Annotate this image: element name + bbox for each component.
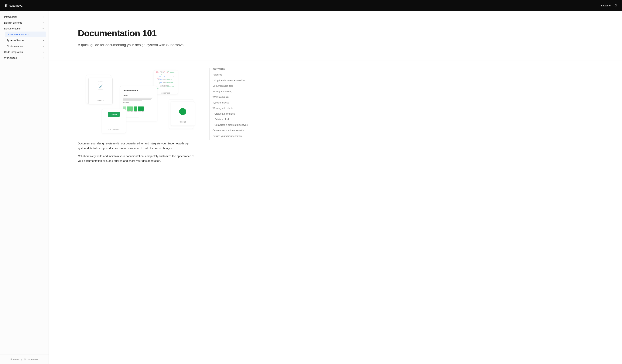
table-of-contents: CONTENTS Features Using the documentatio…: [209, 68, 256, 140]
hero-illustration: attach 🔗 assets import React from 'react…: [78, 68, 196, 136]
sidebar-item-workspace[interactable]: Workspace: [2, 55, 46, 61]
header-actions: Latest: [601, 4, 618, 7]
toc-link[interactable]: Working with blocks: [213, 107, 256, 110]
toc-link[interactable]: Features: [213, 73, 256, 77]
supernova-logo-icon: [4, 4, 8, 7]
chevron-right-icon: [42, 39, 44, 41]
version-label: Latest: [601, 4, 608, 7]
footer-brand[interactable]: supernova: [24, 358, 38, 361]
search-icon: [615, 4, 618, 7]
code-snippet: import React from 'react'; import { Butt…: [156, 71, 176, 92]
sidebar-item-label: Documentation: [4, 27, 21, 30]
sidebar-item-label: Customization: [7, 45, 23, 48]
sidebar-item-label: Documentation 101: [7, 33, 29, 36]
brand-logo[interactable]: supernova: [4, 4, 22, 7]
sidebar-item-label: Code integration: [4, 51, 23, 54]
assets-label: assets: [97, 99, 103, 101]
chevron-right-icon: [42, 22, 44, 24]
chevron-down-icon: [42, 28, 44, 30]
sidebar-item-label: Types of blocks: [7, 39, 24, 42]
page-title: Documentation 101: [78, 28, 248, 38]
assets-title: attach: [98, 81, 103, 83]
button-preview: Button: [108, 112, 120, 117]
sidebar-item-label: Introduction: [4, 16, 18, 18]
svg-point-4: [25, 359, 26, 360]
chevron-right-icon: [42, 51, 44, 53]
main-content: Documentation 101 A quick guide for docu…: [49, 11, 622, 364]
illustration-assets-card: attach 🔗 assets: [88, 78, 113, 104]
sidebar-item-customization[interactable]: Customization: [5, 43, 46, 49]
illustration-exporters-card: import React from 'react'; import { Butt…: [154, 70, 178, 94]
body-paragraph: Document your design system with our pow…: [78, 141, 196, 150]
illustration-components-card: Button components: [102, 109, 126, 133]
toc-link[interactable]: What's a block?: [213, 95, 256, 99]
toc-link[interactable]: Publish your documentation: [213, 135, 256, 138]
svg-point-0: [6, 5, 7, 6]
app-header: supernova Latest: [0, 0, 622, 11]
tokens-label: tokens: [180, 121, 186, 123]
sidebar-item-label: Design systems: [4, 21, 22, 24]
toc-heading: CONTENTS: [213, 68, 256, 70]
chevron-right-icon: [42, 45, 44, 47]
toc-link[interactable]: Writing and editing: [213, 90, 256, 93]
link-icon: 🔗: [98, 84, 103, 90]
sidebar-item-documentation[interactable]: Documentation: [2, 26, 46, 32]
doc-card-title: Documentation: [123, 90, 155, 92]
sidebar-subgroup-documentation: Documentation 101 Types of blocks Custom…: [2, 32, 46, 49]
sidebar-nav: Introduction Design systems Documentatio…: [0, 11, 49, 355]
supernova-logo-icon: [24, 358, 27, 361]
page-subtitle: A quick guide for documenting your desig…: [78, 43, 248, 47]
toc-sublink[interactable]: Convert to a different block type: [214, 124, 256, 127]
sidebar-item-label: Workspace: [4, 56, 17, 59]
sidebar-item-types-of-blocks[interactable]: Types of blocks: [5, 37, 46, 43]
page-hero: Documentation 101 A quick guide for docu…: [78, 11, 248, 60]
doc-swatches: Success Success Light Success Success Da…: [123, 107, 155, 112]
components-label: components: [108, 128, 119, 130]
toc-link[interactable]: Types of blocks: [213, 101, 256, 105]
doc-section-primary: Primary: [123, 94, 155, 96]
footer-brand-name: supernova: [28, 358, 38, 361]
toc-link[interactable]: Using the documentation editor: [213, 79, 256, 82]
powered-by-label: Powered by: [10, 358, 22, 361]
doc-section-success: Success: [123, 102, 155, 104]
exporters-label: exporters: [161, 92, 170, 94]
sidebar-item-design-systems[interactable]: Design systems: [2, 20, 46, 26]
sidebar-item-introduction[interactable]: Introduction: [2, 14, 46, 20]
chevron-down-icon: [609, 4, 611, 6]
toc-link[interactable]: Customize your documentation: [213, 129, 256, 132]
version-selector[interactable]: Latest: [601, 4, 611, 7]
chevron-right-icon: [42, 16, 44, 18]
brand-name: supernova: [9, 4, 22, 7]
chevron-right-icon: [42, 57, 44, 59]
svg-point-3: [615, 4, 617, 6]
body-paragraph: Collaboratively write and maintain your …: [78, 154, 196, 163]
article-body: attach 🔗 assets import React from 'react…: [78, 68, 196, 167]
sidebar-item-code-integration[interactable]: Code integration: [2, 49, 46, 55]
toc-link[interactable]: Documentation files: [213, 84, 256, 88]
toc-sublink[interactable]: Delete a block: [214, 118, 256, 121]
search-button[interactable]: [615, 4, 618, 7]
toc-sublink[interactable]: Create a new block: [214, 112, 256, 116]
token-circle: [179, 108, 186, 115]
sidebar-item-documentation-101[interactable]: Documentation 101: [5, 32, 46, 37]
illustration-tokens-card: tokens: [171, 102, 195, 126]
sidebar-footer: Powered by supernova: [0, 355, 49, 364]
